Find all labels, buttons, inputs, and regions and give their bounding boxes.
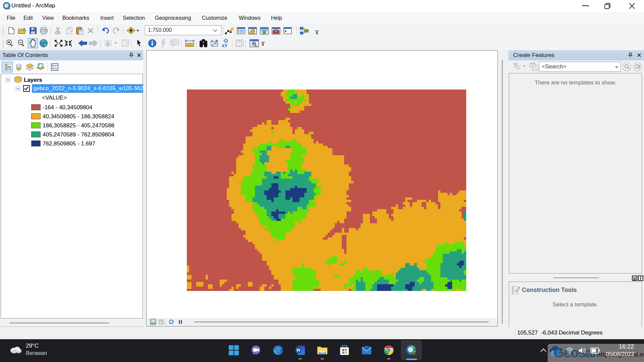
svg-text:XY: XY [222, 43, 228, 48]
